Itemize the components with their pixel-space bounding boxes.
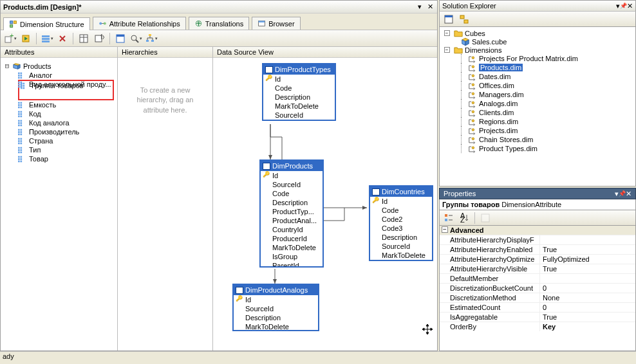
alphabetical-button[interactable]: AZ [457, 211, 471, 225]
dsv-body[interactable]: DimProductTypes IdCodeDescriptionMarkToD… [213, 58, 437, 350]
table-column[interactable]: Id [261, 171, 323, 180]
prop-row[interactable]: EstimatedCount0 [440, 302, 635, 312]
table-column[interactable]: MarkToDelete [263, 102, 335, 111]
table-column[interactable]: ProducerId [261, 234, 323, 243]
table-column[interactable]: Description [234, 313, 318, 322]
attr-item[interactable]: Тип [18, 145, 114, 154]
table-column[interactable]: Id [263, 75, 335, 84]
table-column[interactable]: Code2 [370, 215, 432, 224]
dropdown-icon[interactable]: ▾ [415, 3, 424, 12]
attr-item[interactable]: Производитель [18, 127, 114, 136]
attributes-body[interactable]: ⊟ Products АналогВид алкогольной проду..… [1, 58, 117, 350]
prop-category[interactable]: Advanced [440, 226, 635, 235]
table-column[interactable]: Code3 [370, 224, 432, 233]
table-header[interactable]: DimProducts [261, 161, 323, 171]
prop-row[interactable]: AttributeHierarchyDisplayF [440, 235, 635, 244]
properties-button[interactable] [442, 12, 456, 26]
table-column[interactable]: Code [261, 189, 323, 198]
sol-dim-item[interactable]: Regions.dim [442, 117, 633, 126]
pin-icon[interactable]: 📌 [620, 3, 627, 9]
prop-row[interactable]: AttributeHierarchyVisibleTrue [440, 264, 635, 273]
attr-item[interactable]: Код аналога [18, 118, 114, 127]
prop-row[interactable]: IsAggregatableTrue [440, 312, 635, 322]
sol-dim-item[interactable]: Chain Stores.dim [442, 135, 633, 144]
sol-dim-item[interactable]: Products.dim [442, 63, 633, 72]
pin-icon[interactable]: 📌 [619, 190, 626, 197]
table-column[interactable]: SourceId [261, 180, 323, 189]
table-button[interactable] [77, 32, 91, 46]
properties-grid[interactable]: Advanced AttributeHierarchyDisplayFAttri… [439, 226, 636, 351]
sol-dim-item[interactable]: Projects.dim [442, 126, 633, 135]
tab-browser[interactable]: Browser [252, 17, 300, 30]
view-button[interactable]: ▾ [40, 32, 54, 46]
categorized-button[interactable] [442, 211, 456, 225]
prop-row[interactable]: DiscretizationBucketCount0 [440, 283, 635, 293]
sol-node-sales-cube[interactable]: Sales.cube [442, 37, 633, 46]
collapse-icon[interactable]: − [444, 30, 450, 36]
table-header[interactable]: DimProductTypes [263, 64, 335, 75]
table-column[interactable]: Code [263, 84, 335, 93]
close-icon[interactable]: ✕ [627, 2, 633, 10]
table-column[interactable]: Id [234, 295, 318, 304]
prop-row[interactable]: AttributeHierarchyOptimizeFullyOptimized [440, 254, 635, 264]
table-column[interactable]: IsGroup [261, 252, 323, 261]
table-column[interactable]: Code [370, 206, 432, 215]
prop-row[interactable]: DefaultMember [440, 273, 635, 283]
prop-row[interactable]: DiscretizationMethodNone [440, 293, 635, 302]
move-handle-icon[interactable] [422, 323, 433, 335]
sol-node-cubes[interactable]: − Cubes [442, 29, 633, 37]
table-column[interactable]: Description [263, 93, 335, 102]
prop-row[interactable]: OrderByKey [440, 322, 635, 331]
sol-node-dimensions[interactable]: − Dimensions [442, 46, 633, 54]
table-dimcountries[interactable]: DimCountries IdCodeCode2Code3Description… [369, 185, 433, 261]
close-icon[interactable]: ✕ [626, 190, 631, 198]
add-bi-button[interactable]: +▾ [3, 32, 17, 46]
table-column[interactable]: ProductTyp... [261, 207, 323, 216]
table-column[interactable]: SourceId [370, 242, 432, 251]
attr-item[interactable]: Код [18, 109, 114, 118]
property-pages-button[interactable] [478, 211, 492, 225]
hierarchies-body[interactable]: To create a new hierarchy, drag an attri… [118, 58, 212, 350]
attr-item[interactable]: Аналог [18, 71, 114, 80]
process-button[interactable] [19, 32, 33, 46]
table-column[interactable]: MarkToDelete [370, 251, 432, 260]
table-column[interactable]: CountryId [261, 225, 323, 234]
delete-button[interactable] [55, 32, 70, 46]
table-header[interactable]: DimCountries [370, 187, 432, 197]
attr-item[interactable]: Товар [18, 154, 114, 163]
table-column[interactable]: SourceId [234, 304, 318, 313]
prop-row[interactable]: AttributeHierarchyEnabledTrue [440, 244, 635, 254]
tab-attribute-relationships[interactable]: Attribute Relationships [93, 17, 186, 30]
table-dimproducts[interactable]: DimProducts IdSourceIdCodeDescriptionPro… [259, 159, 324, 268]
tab-dimension-structure[interactable]: Dimension Structure [3, 17, 90, 30]
close-icon[interactable]: ✕ [426, 3, 435, 12]
attr-item[interactable]: Страна [18, 136, 114, 145]
show-all-button[interactable] [457, 12, 471, 26]
sol-dim-item[interactable]: Product Types.dim [442, 144, 633, 153]
table-header[interactable]: DimProductAnalogs [234, 285, 318, 295]
table-dimproducttypes[interactable]: DimProductTypes IdCodeDescriptionMarkToD… [262, 63, 336, 121]
collapse-icon[interactable]: − [444, 47, 450, 53]
tree-button[interactable]: ▾ [144, 32, 158, 46]
attr-item[interactable]: Емкость [18, 100, 114, 109]
sol-dim-item[interactable]: Offices.dim [442, 81, 633, 90]
sol-dim-item[interactable]: Projects For Product Matrix.dim [442, 54, 633, 63]
table-column[interactable]: ParentId [261, 261, 323, 268]
table-column[interactable]: SourceId [263, 111, 335, 120]
named-calc-button[interactable]: fx [92, 32, 106, 46]
solution-tree[interactable]: − Cubes Sales.cube − Dimensions Projects… [439, 27, 636, 187]
table-column[interactable]: Id [370, 197, 432, 206]
table-column[interactable]: MarkToDelete [234, 322, 318, 331]
collapse-icon[interactable]: ⊟ [4, 62, 10, 70]
sol-dim-item[interactable]: Analogs.dim [442, 99, 633, 108]
table-dimproductanalogs[interactable]: DimProductAnalogs IdSourceIdDescriptionM… [232, 284, 319, 331]
show-table-button[interactable] [113, 32, 127, 46]
sol-dim-item[interactable]: Managers.dim [442, 90, 633, 99]
sol-dim-item[interactable]: Clients.dim [442, 108, 633, 117]
sol-dim-item[interactable]: Dates.dim [442, 72, 633, 81]
attr-root-node[interactable]: ⊟ Products [4, 61, 114, 71]
table-column[interactable]: ProductAnal... [261, 216, 323, 225]
table-column[interactable]: Description [370, 233, 432, 242]
table-column[interactable]: MarkToDelete [261, 243, 323, 252]
properties-object[interactable]: Группы товаров DimensionAttribute [439, 199, 636, 210]
